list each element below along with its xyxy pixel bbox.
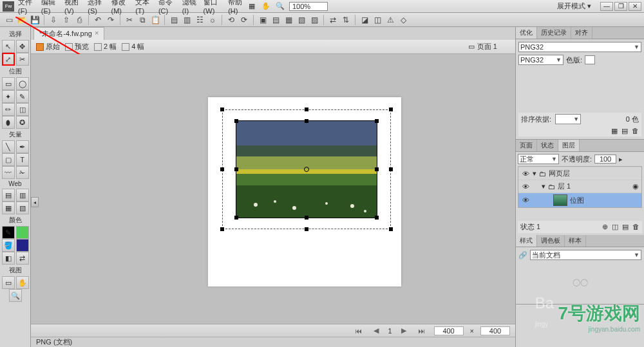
zoom-tool[interactable]: 🔍 [9,289,22,302]
ls-i1-icon[interactable]: ⊕ [602,223,608,231]
menu-edit[interactable]: 编辑(E) [41,0,59,15]
eraser-tool[interactable]: ◫ [16,103,29,116]
tab-layers[interactable]: 图层 [558,140,580,151]
lasso-tool[interactable]: ◯ [16,77,29,90]
menu-filter[interactable]: 滤镜(I) [182,0,198,15]
handle-tl[interactable] [220,108,224,111]
ls-trash-icon[interactable]: 🗑 [632,223,639,231]
fill-swatch[interactable] [16,239,29,252]
wand-tool[interactable]: ✦ [2,90,15,103]
zoom-icon[interactable]: 🔍 [275,1,285,12]
sort-combo[interactable]: ▼ [555,114,581,124]
slice-tool[interactable]: ▥ [16,189,29,202]
undo-icon[interactable]: ↶ [93,15,103,25]
layer-icon[interactable]: ▤ [169,15,179,25]
tab-optimize[interactable]: 优化 [516,27,537,39]
open-icon[interactable]: 📂 [17,15,27,25]
blur-tool[interactable]: ⬮ [2,116,15,129]
hand-icon[interactable]: ✋ [261,1,271,12]
tab-styles[interactable]: 样式 [516,235,537,247]
brush-tool[interactable]: ✎ [16,90,29,103]
pointer-tool[interactable]: ↖ [2,40,15,53]
brightness-icon[interactable]: ☼ [207,15,218,25]
tab-palette[interactable]: 调色板 [537,235,565,247]
maximize-button[interactable]: ❐ [614,2,627,11]
handle-br[interactable] [389,227,393,231]
pen-tool[interactable]: ✒ [16,140,29,153]
group4-icon[interactable]: ▧ [296,15,307,25]
hotspot-tool[interactable]: ▤ [2,189,15,202]
opt-two[interactable]: 2 幅 [94,42,117,52]
handle-bl[interactable] [220,227,224,231]
visibility-icon[interactable]: 👁 [521,196,530,204]
png-combo2[interactable]: PNG32▼ [518,55,564,65]
zoom-input[interactable]: 100% [289,2,328,11]
freeform-tool[interactable]: 〰 [2,166,15,179]
redo-icon[interactable]: ↷ [106,15,116,25]
layer-item-bitmap[interactable]: 👁 位图 [518,192,641,207]
rotate-ccw-icon[interactable]: ⟲ [226,15,236,25]
tab-swatch[interactable]: 样本 [565,235,586,247]
scale-tool[interactable]: ⤢ [2,53,15,66]
marquee-tool[interactable]: ▭ [2,77,15,90]
knife-tool[interactable]: ✁ [16,166,29,179]
tab-align[interactable]: 对齐 [571,27,592,39]
menu-modify[interactable]: 修改(M) [111,0,131,15]
flip-v-icon[interactable]: ⇅ [341,15,351,25]
visibility-icon[interactable]: 👁 [521,170,530,178]
visibility-icon[interactable]: 👁 [521,183,530,191]
group5-icon[interactable]: ▨ [309,15,319,25]
swap-colors[interactable]: ⇄ [16,252,29,265]
crop-tool[interactable]: ✂ [16,53,29,66]
show-slice-tool[interactable]: ▧ [16,202,29,214]
new-icon[interactable]: ▭ [4,15,14,25]
menu-text[interactable]: 文本(T) [135,0,153,15]
handle-mr[interactable] [389,167,393,171]
handle-ml[interactable] [220,167,224,171]
disclosure-icon[interactable]: ▾ [533,169,536,178]
handle-tr[interactable] [389,108,393,111]
opt-original[interactable]: 原始 [36,42,60,52]
import-icon[interactable]: ⇩ [48,15,59,25]
paste-icon[interactable]: 📋 [150,15,160,25]
ls-i2-icon[interactable]: ◫ [612,223,618,231]
page-indicator[interactable]: ▭页面 1 [468,42,497,52]
hide-slice-tool[interactable]: ▦ [2,202,15,214]
arrange-icon[interactable]: ▦ [247,1,257,12]
save-icon[interactable]: 💾 [30,15,40,25]
menu-file[interactable]: 文件(F) [18,0,36,15]
menu-window[interactable]: 窗口(W) [204,0,223,15]
handle-bm[interactable] [305,227,308,231]
stroke-color[interactable]: ✎ [2,226,15,239]
link-icon[interactable]: 🔗 [518,251,527,259]
tb-extra1-icon[interactable]: ◪ [359,15,370,25]
opacity-input[interactable]: 100 [594,155,616,164]
canvas-area[interactable] [31,54,515,324]
subselect-tool[interactable]: ✥ [16,40,29,53]
menu-command[interactable]: 命令(C) [158,0,177,15]
left-collapse[interactable]: ◂ [31,197,39,207]
disclosure-icon[interactable]: ▾ [542,182,545,191]
screen-mode-tool[interactable]: ▭ [2,276,15,289]
current-doc-combo[interactable]: 当前文档▼ [530,250,641,260]
group1-icon[interactable]: ▣ [258,15,268,25]
opt-four[interactable]: 4 幅 [122,42,144,52]
group3-icon[interactable]: ▦ [283,15,294,25]
page-last[interactable]: ⏭ [415,327,428,335]
hand-tool[interactable]: ✋ [16,276,29,289]
tab-pages[interactable]: 页面 [516,140,537,151]
cut-icon[interactable]: ✂ [124,15,135,25]
page-next[interactable]: ▶ [399,326,409,335]
copy-icon[interactable]: ⧉ [137,15,147,25]
rect-tool[interactable]: ▢ [2,153,15,166]
matte-swatch[interactable] [585,55,595,64]
expand-mode[interactable]: 展开模式 ▾ [557,1,591,11]
pencil-tool[interactable]: ✏ [2,103,15,116]
line-tool[interactable]: ╲ [2,140,15,153]
stroke-swatch[interactable] [16,226,29,239]
group2-icon[interactable]: ▤ [270,15,281,25]
flip-h-icon[interactable]: ⇄ [328,15,338,25]
doc-tab[interactable]: *未命名-4.fw.png × [33,27,104,40]
close-button[interactable]: ✕ [629,2,641,11]
png-combo1[interactable]: PNG32▼ [518,42,641,52]
